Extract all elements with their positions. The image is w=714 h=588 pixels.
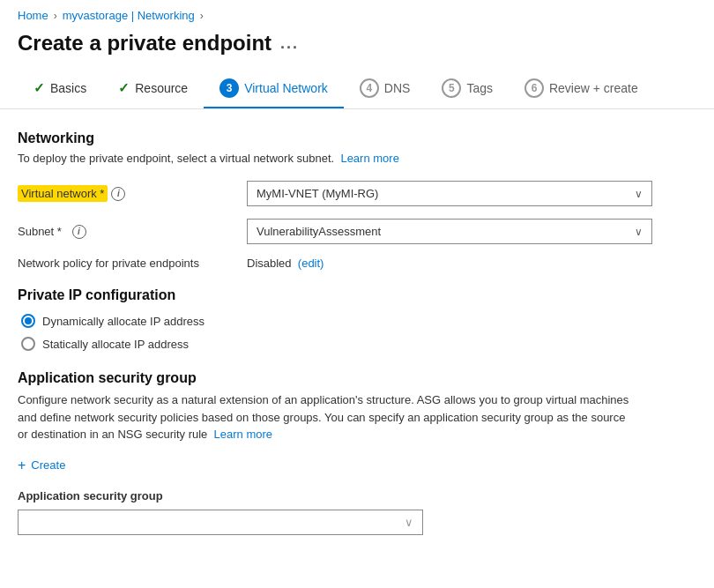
private-ip-section: Private IP configuration [18, 287, 696, 303]
virtual-network-row: Virtual network * i MyMI-VNET (MyMI-RG) … [18, 181, 696, 206]
ip-config-radio-group: Dynamically allocate IP address Statical… [21, 314, 696, 351]
tags-step-circle: 5 [442, 78, 461, 98]
tab-resource-label: Resource [135, 81, 188, 95]
asg-dropdown[interactable]: ∨ [18, 510, 423, 535]
tab-dns-label: DNS [384, 81, 411, 95]
tab-tags-label: Tags [466, 81, 493, 95]
tab-review-label: Review + create [549, 81, 638, 95]
virtual-network-label-text: Virtual network * [18, 185, 108, 202]
tab-basics[interactable]: ✓ Basics [18, 71, 102, 107]
subnet-control: VulnerabilityAssessment ∨ [247, 219, 652, 244]
asg-form-label: Application security group [18, 489, 696, 502]
subnet-info-icon[interactable]: i [72, 225, 86, 239]
network-policy-row: Network policy for private endpoints Dis… [18, 257, 696, 270]
breadcrumb-sep2: › [200, 10, 204, 22]
dns-step-circle: 4 [360, 78, 379, 98]
tab-resource[interactable]: ✓ Resource [102, 71, 204, 107]
network-policy-edit-link[interactable]: (edit) [298, 257, 324, 270]
radio-static-label: Statically allocate IP address [42, 338, 189, 351]
network-policy-label: Network policy for private endpoints [18, 257, 247, 270]
subnet-row: Subnet * i VulnerabilityAssessment ∨ [18, 219, 696, 244]
virtual-network-dropdown[interactable]: MyMI-VNET (MyMI-RG) ∨ [247, 181, 652, 206]
main-content: Networking To deploy the private endpoin… [0, 109, 714, 556]
networking-section-title: Networking [18, 130, 696, 146]
virtual-network-chevron-icon: ∨ [635, 188, 643, 200]
radio-static-outer [21, 337, 35, 351]
tab-virtual-network[interactable]: 3 Virtual Network [204, 70, 344, 108]
tab-basics-label: Basics [50, 81, 86, 95]
subnet-dropdown[interactable]: VulnerabilityAssessment ∨ [247, 219, 652, 244]
networking-learn-more-link[interactable]: Learn more [340, 152, 398, 165]
plus-icon: + [18, 458, 26, 473]
radio-dynamic-outer [21, 314, 35, 328]
asg-dropdown-chevron-icon: ∨ [405, 516, 413, 529]
asg-create-label: Create [31, 458, 65, 472]
virtual-network-dropdown-value: MyMI-VNET (MyMI-RG) [257, 187, 378, 200]
virtual-network-label: Virtual network * i [18, 185, 247, 202]
radio-dynamic[interactable]: Dynamically allocate IP address [21, 314, 696, 328]
page-ellipsis-menu[interactable]: ... [280, 34, 299, 53]
breadcrumb-home[interactable]: Home [18, 9, 48, 22]
resource-checkmark-icon: ✓ [118, 80, 130, 96]
tab-tags[interactable]: 5 Tags [426, 70, 509, 108]
radio-dynamic-label: Dynamically allocate IP address [42, 315, 205, 328]
subnet-label: Subnet * i [18, 225, 247, 239]
breadcrumb: Home › myvastorage | Networking › [0, 0, 714, 26]
radio-static[interactable]: Statically allocate IP address [21, 337, 696, 351]
virtual-network-info-icon[interactable]: i [111, 187, 125, 201]
tab-dns[interactable]: 4 DNS [344, 70, 427, 108]
breadcrumb-sep1: › [54, 10, 57, 22]
virtual-network-step-circle: 3 [219, 78, 239, 98]
asg-description: Configure network security as a natural … [18, 391, 635, 443]
asg-create-button[interactable]: + Create [18, 458, 696, 473]
subnet-chevron-icon: ∨ [635, 226, 643, 238]
review-step-circle: 6 [524, 78, 544, 98]
wizard-tab-bar: ✓ Basics ✓ Resource 3 Virtual Network 4 … [0, 70, 714, 109]
private-ip-title: Private IP configuration [18, 287, 696, 303]
breadcrumb-parent[interactable]: myvastorage | Networking [63, 9, 195, 22]
network-policy-value: Disabled (edit) [247, 257, 324, 270]
networking-description: To deploy the private endpoint, select a… [18, 152, 696, 165]
virtual-network-control: MyMI-VNET (MyMI-RG) ∨ [247, 181, 652, 206]
tab-virtual-network-label: Virtual Network [244, 81, 328, 95]
basics-checkmark-icon: ✓ [33, 80, 45, 96]
asg-section-title: Application security group [18, 370, 696, 386]
asg-learn-more-link[interactable]: Learn more [214, 428, 272, 441]
radio-dynamic-inner [25, 317, 32, 324]
page-title: Create a private endpoint [18, 31, 271, 56]
tab-review-create[interactable]: 6 Review + create [509, 70, 654, 108]
page-header: Create a private endpoint ... [0, 26, 714, 70]
subnet-dropdown-value: VulnerabilityAssessment [257, 225, 381, 238]
